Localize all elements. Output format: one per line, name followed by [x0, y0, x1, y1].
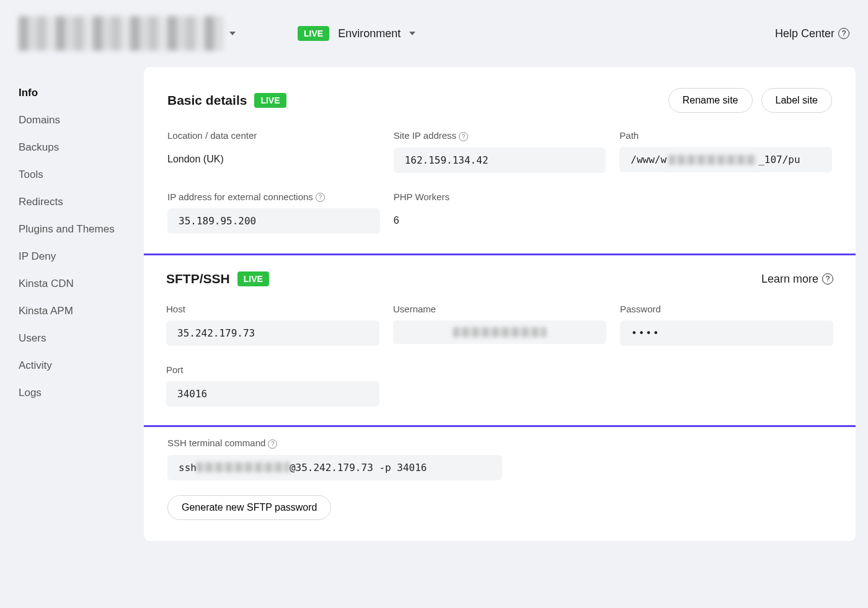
- sidebar-item-label: Users: [19, 332, 46, 344]
- section-title: SFTP/SSH: [166, 271, 230, 286]
- site-name-redacted: [19, 16, 223, 51]
- field-value[interactable]: /www/w _107/pu: [619, 147, 832, 172]
- highlight-box: SFTP/SSH LIVE Learn more ? Host 35.242.1…: [144, 253, 856, 427]
- sidebar-item-ip-deny[interactable]: IP Deny: [0, 243, 144, 270]
- main-panel: Basic details LIVE Rename site Label sit…: [144, 67, 856, 541]
- field-label: Username: [393, 304, 606, 314]
- field-label: Password: [620, 304, 833, 314]
- help-center-link[interactable]: Help Center ?: [775, 27, 849, 40]
- sidebar-item-info[interactable]: Info: [0, 79, 144, 107]
- environment-label: Environment: [338, 27, 401, 40]
- sidebar-item-label: Redirects: [19, 196, 63, 208]
- sidebar-item-kinsta-cdn[interactable]: Kinsta CDN: [0, 270, 144, 297]
- username-field: Username: [393, 304, 606, 346]
- field-value[interactable]: ssh @35.242.179.73 -p 34016: [167, 455, 502, 480]
- location-field: Location / data center London (UK): [167, 130, 380, 173]
- field-label: IP address for external connections?: [167, 192, 380, 203]
- ext-ip-field: IP address for external connections? 35.…: [167, 192, 380, 234]
- field-label: Site IP address?: [394, 130, 606, 141]
- sidebar-item-tools[interactable]: Tools: [0, 161, 144, 188]
- password-field: Password ••••: [620, 304, 833, 346]
- field-value: 6: [394, 208, 606, 233]
- live-badge: LIVE: [254, 93, 286, 108]
- help-icon: ?: [822, 273, 833, 284]
- learn-more-label: Learn more: [761, 273, 818, 286]
- ssh-user-redacted: [197, 462, 290, 472]
- section-title: Basic details: [167, 93, 247, 108]
- chevron-down-icon: [229, 32, 236, 35]
- help-icon[interactable]: ?: [316, 193, 325, 202]
- field-label: SSH terminal command?: [167, 438, 832, 449]
- sidebar-item-plugins-themes[interactable]: Plugins and Themes: [0, 216, 144, 243]
- field-value: London (UK): [167, 147, 380, 172]
- field-value[interactable]: 35.189.95.200: [167, 208, 380, 234]
- field-value[interactable]: 35.242.179.73: [166, 320, 379, 346]
- sidebar: Info Domains Backups Tools Redirects Plu…: [0, 67, 144, 541]
- sidebar-item-domains[interactable]: Domains: [0, 107, 144, 134]
- live-badge: LIVE: [237, 271, 269, 286]
- label-site-button[interactable]: Label site: [761, 88, 833, 113]
- ssh-command-field: SSH terminal command? ssh @35.242.179.73…: [167, 438, 832, 480]
- sidebar-item-label: Info: [19, 87, 38, 99]
- sidebar-item-label: IP Deny: [19, 250, 56, 262]
- field-value[interactable]: 34016: [166, 381, 379, 407]
- field-label: Host: [166, 304, 379, 314]
- site-ip-field: Site IP address? 162.159.134.42: [394, 130, 606, 173]
- field-label: Path: [619, 130, 832, 141]
- php-workers-field: PHP Workers 6: [394, 192, 606, 234]
- live-badge: LIVE: [298, 26, 329, 41]
- sidebar-item-label: Backups: [19, 141, 59, 153]
- generate-sftp-password-button[interactable]: Generate new SFTP password: [167, 495, 331, 520]
- sidebar-item-redirects[interactable]: Redirects: [0, 188, 144, 216]
- field-label: Location / data center: [167, 130, 380, 141]
- rename-site-button[interactable]: Rename site: [668, 88, 753, 113]
- port-field: Port 34016: [166, 364, 379, 407]
- sidebar-item-users[interactable]: Users: [0, 325, 144, 352]
- help-icon[interactable]: ?: [459, 132, 468, 141]
- sidebar-item-backups[interactable]: Backups: [0, 134, 144, 161]
- sidebar-item-label: Logs: [19, 387, 42, 399]
- help-icon[interactable]: ?: [268, 439, 277, 449]
- sidebar-item-activity[interactable]: Activity: [0, 352, 144, 379]
- path-field: Path /www/w _107/pu: [619, 130, 832, 173]
- sidebar-item-label: Activity: [19, 359, 52, 371]
- field-label: PHP Workers: [394, 192, 606, 202]
- chevron-down-icon: [409, 32, 415, 35]
- host-field: Host 35.242.179.73: [166, 304, 379, 346]
- app-header: LIVE Environment Help Center ?: [0, 0, 868, 67]
- field-value[interactable]: [393, 320, 606, 344]
- learn-more-link[interactable]: Learn more ?: [761, 273, 833, 286]
- sftp-ssh-section: SFTP/SSH LIVE Learn more ? Host 35.242.1…: [144, 255, 856, 541]
- field-value[interactable]: 162.159.134.42: [394, 148, 606, 173]
- path-redacted: [669, 155, 756, 165]
- sidebar-item-kinsta-apm[interactable]: Kinsta APM: [0, 297, 144, 325]
- sidebar-item-label: Kinsta CDN: [19, 278, 74, 289]
- field-label: Port: [166, 364, 379, 375]
- sidebar-item-label: Kinsta APM: [19, 305, 73, 317]
- sidebar-item-label: Tools: [19, 169, 43, 180]
- help-icon: ?: [838, 28, 849, 39]
- environment-selector[interactable]: LIVE Environment: [298, 26, 415, 41]
- sidebar-item-label: Domains: [19, 114, 60, 126]
- sidebar-item-logs[interactable]: Logs: [0, 379, 144, 407]
- help-center-label: Help Center: [775, 27, 835, 40]
- basic-details-section: Basic details LIVE Rename site Label sit…: [144, 67, 856, 255]
- site-selector[interactable]: [19, 16, 260, 51]
- username-redacted: [453, 327, 546, 337]
- field-value[interactable]: ••••: [620, 320, 833, 346]
- sidebar-item-label: Plugins and Themes: [19, 223, 115, 235]
